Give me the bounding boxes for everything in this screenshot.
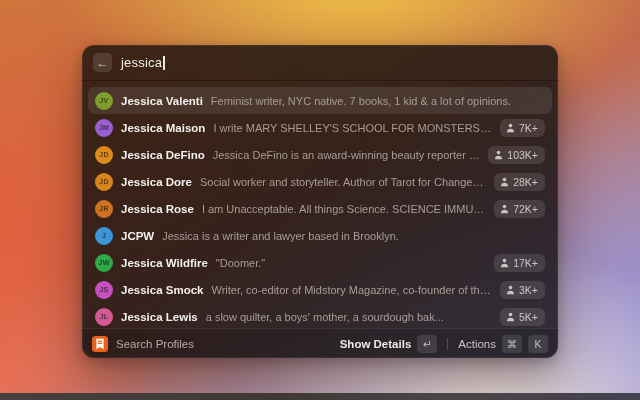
followers-count: 3K+ bbox=[519, 284, 538, 296]
search-bar: ← jessica bbox=[82, 45, 558, 81]
avatar: JD bbox=[95, 146, 113, 164]
back-button[interactable]: ← bbox=[93, 53, 112, 72]
cmd-key-icon: ⌘ bbox=[502, 335, 522, 353]
followers-count: 72K+ bbox=[513, 203, 538, 215]
avatar: JL bbox=[95, 308, 113, 326]
result-description: Writer, co-editor of Midstory Magazine, … bbox=[211, 284, 492, 296]
followers-count: 5K+ bbox=[519, 311, 538, 323]
result-description: I write MARY SHELLEY'S SCHOOL FOR MONSTE… bbox=[213, 122, 492, 134]
followers-badge: 103K+ bbox=[488, 146, 545, 164]
footer-divider bbox=[447, 338, 448, 350]
result-name: Jessica Dore bbox=[121, 176, 192, 188]
result-description: Jessica DeFino is an award-winning beaut… bbox=[213, 149, 481, 161]
footer-bar: Search Profiles Show Details ↵ Actions ⌘… bbox=[82, 328, 558, 358]
k-key-icon: K bbox=[528, 335, 548, 353]
person-icon bbox=[506, 312, 515, 322]
person-icon bbox=[506, 123, 515, 133]
result-row[interactable]: JS Jessica Smock Writer, co-editor of Mi… bbox=[88, 276, 552, 303]
followers-badge: 72K+ bbox=[494, 200, 545, 218]
result-row[interactable]: JM Jessica Maison I write MARY SHELLEY'S… bbox=[88, 114, 552, 141]
results-list: JV Jessica Valenti Feminist writer, NYC … bbox=[82, 81, 558, 328]
result-row[interactable]: JL Jessica Lewis a slow quilter, a boys'… bbox=[88, 303, 552, 328]
result-name: Jessica Rose bbox=[121, 203, 194, 215]
avatar: JW bbox=[95, 254, 113, 272]
followers-badge: 28K+ bbox=[494, 173, 545, 191]
screen-bottom-strip bbox=[0, 393, 640, 400]
result-row[interactable]: JD Jessica Dore Social worker and storyt… bbox=[88, 168, 552, 195]
text-caret bbox=[163, 56, 165, 70]
result-description: I am Unacceptable. All things Science. S… bbox=[202, 203, 486, 215]
followers-count: 28K+ bbox=[513, 176, 538, 188]
result-row[interactable]: J JCPW Jessica is a writer and lawyer ba… bbox=[88, 222, 552, 249]
result-description: Feminist writer, NYC native. 7 books, 1 … bbox=[211, 95, 545, 107]
followers-badge: 17K+ bbox=[494, 254, 545, 272]
result-row[interactable]: JD Jessica DeFino Jessica DeFino is an a… bbox=[88, 141, 552, 168]
avatar: JR bbox=[95, 200, 113, 218]
result-description: Jessica is a writer and lawyer based in … bbox=[162, 230, 545, 242]
avatar: J bbox=[95, 227, 113, 245]
result-name: Jessica Lewis bbox=[121, 311, 198, 323]
result-row[interactable]: JV Jessica Valenti Feminist writer, NYC … bbox=[88, 87, 552, 114]
avatar: JV bbox=[95, 92, 113, 110]
result-description: "Doomer." bbox=[216, 257, 486, 269]
result-name: Jessica Valenti bbox=[121, 95, 203, 107]
footer-actions: Show Details ↵ Actions ⌘ K bbox=[340, 335, 548, 353]
person-icon bbox=[494, 150, 503, 160]
result-row[interactable]: JR Jessica Rose I am Unacceptable. All t… bbox=[88, 195, 552, 222]
result-name: Jessica Maison bbox=[121, 122, 205, 134]
followers-badge: 3K+ bbox=[500, 281, 545, 299]
result-description: a slow quilter, a boys' mother, a sourdo… bbox=[206, 311, 492, 323]
show-details-button[interactable]: Show Details bbox=[340, 338, 412, 350]
person-icon bbox=[500, 204, 509, 214]
result-name: Jessica DeFino bbox=[121, 149, 205, 161]
result-description: Social worker and storyteller. Author of… bbox=[200, 176, 486, 188]
followers-badge: 7K+ bbox=[500, 119, 545, 137]
avatar: JS bbox=[95, 281, 113, 299]
followers-count: 103K+ bbox=[507, 149, 538, 161]
return-key-icon: ↵ bbox=[417, 335, 437, 353]
result-row[interactable]: JW Jessica Wildfire "Doomer." 17K+ bbox=[88, 249, 552, 276]
person-icon bbox=[506, 285, 515, 295]
search-query-text: jessica bbox=[121, 55, 162, 70]
result-name: JCPW bbox=[121, 230, 154, 242]
avatar: JD bbox=[95, 173, 113, 191]
result-name: Jessica Wildfire bbox=[121, 257, 208, 269]
command-title: Search Profiles bbox=[116, 338, 194, 350]
result-name: Jessica Smock bbox=[121, 284, 203, 296]
actions-button[interactable]: Actions bbox=[458, 338, 496, 350]
followers-badge: 5K+ bbox=[500, 308, 545, 326]
person-icon bbox=[500, 177, 509, 187]
desktop-background: ← jessica JV Jessica Valenti Feminist wr… bbox=[0, 0, 640, 400]
back-arrow-icon: ← bbox=[97, 57, 109, 69]
followers-count: 17K+ bbox=[513, 257, 538, 269]
search-input[interactable]: jessica bbox=[121, 55, 165, 70]
avatar: JM bbox=[95, 119, 113, 137]
person-icon bbox=[500, 258, 509, 268]
search-palette-window: ← jessica JV Jessica Valenti Feminist wr… bbox=[82, 45, 558, 358]
followers-count: 7K+ bbox=[519, 122, 538, 134]
app-logo-icon bbox=[92, 336, 108, 352]
